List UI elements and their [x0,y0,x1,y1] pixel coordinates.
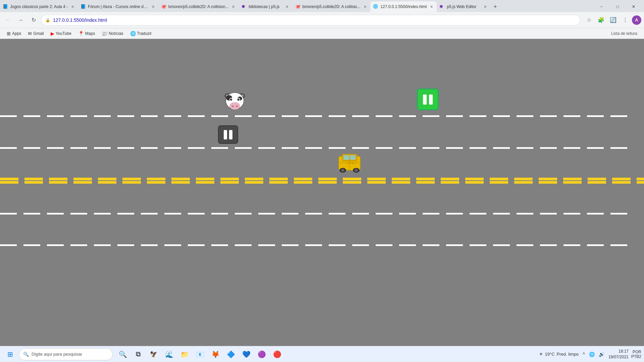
forward-button[interactable]: → [15,15,26,25]
tab-4[interactable]: ✱ bibliotecas | p5.js ✕ [239,1,292,12]
svg-point-9 [236,106,238,107]
taskbar-office[interactable]: 🔷 [223,347,238,362]
minimize-button[interactable]: − [594,1,609,12]
svg-rect-19 [350,155,356,160]
maps-icon: 📍 [78,31,84,36]
tab-4-favicon: ✱ [241,4,247,9]
network-icon[interactable]: 🌐 [588,351,596,358]
taskbar-thunderbird[interactable]: 🦅 [146,347,161,362]
tab-5-title: bmoren/p5.collide2D: A collisio... [303,4,361,9]
lane-line-2 [0,147,644,149]
bookmark-apps[interactable]: ⊞ Apps [4,30,24,37]
tab-1-close[interactable]: ✕ [70,4,75,9]
bookmarks-bar: ⊞ Apps ✉ Gmail ▶ YouTube 📍 Maps 📰 Notíci… [0,28,644,39]
address-bar-row: ← → ↻ 🔒 127.0.0.1:5500/index.html ☆ 🧩 🔄 … [0,12,644,28]
maximize-button[interactable]: □ [610,1,625,12]
taskbar-vscode[interactable]: 💙 [239,347,254,362]
system-time: 18:17 [608,349,629,354]
svg-rect-18 [343,155,350,160]
bookmark-maps[interactable]: 📍 Maps [75,30,98,37]
bookmark-star-icon[interactable]: ☆ [584,15,594,25]
tab-2-favicon: 📘 [80,4,86,9]
tab-7-close[interactable]: ✕ [482,4,488,9]
locale-keyboard: PTB2 [631,354,641,359]
locale-lang: POR [631,350,641,354]
pause-bar-left-green [423,95,427,105]
window-controls: − □ ✕ [594,1,644,12]
tab-6[interactable]: 🌐 127.0.0.1:5500/index.html ✕ [370,1,437,12]
reading-list-button[interactable]: Lista de leitura [608,31,640,37]
lane-line-1 [0,115,644,117]
taskbar-task-view[interactable]: ⧉ [131,347,146,362]
tab-3[interactable]: 🐙 bmoren/p5.collide2D: A collision... ✕ [158,1,238,12]
reload-button[interactable]: ↻ [28,15,39,25]
tab-1-title: Jogos clássicos parte 2: Aula 4 - [10,4,68,9]
tab-7[interactable]: ✱ p5.js Web Editor ✕ [437,1,490,12]
tab-1-favicon: 📘 [3,4,8,9]
bookmark-youtube-label: YouTube [56,31,71,36]
taskbar-mail[interactable]: 📧 [193,347,207,362]
windows-logo-icon: ⊞ [7,350,13,358]
svg-point-12 [230,99,232,101]
svg-point-23 [355,169,358,172]
weather-widget: ☀ 19°C Pred. limpo [539,352,579,357]
tray-chevron[interactable]: ^ [581,351,586,358]
bookmark-youtube[interactable]: ▶ YouTube [48,30,74,37]
system-clock[interactable]: 18:17 19/07/2021 [608,349,629,360]
taskbar-search-icon: 🔍 [23,352,29,357]
tab-4-close[interactable]: ✕ [284,4,290,9]
cow-sprite [223,88,247,112]
lane-line-5 [0,244,644,246]
taskbar-cortana[interactable]: 🔍 [115,347,130,362]
taskbar-app-icons: 🔍 ⧉ 🦅 🌊 📁 📧 🦊 🔷 💙 🟣 🔴 [115,347,284,362]
tab-2-title: Fórum | Alura - Cursos online de... [88,4,148,9]
new-tab-button[interactable]: + [490,2,500,11]
bookmark-gmail[interactable]: ✉ Gmail [25,30,46,37]
address-bar[interactable]: 🔒 127.0.0.1:5500/index.html [41,15,580,25]
youtube-icon: ▶ [51,31,54,36]
tab-1[interactable]: 📘 Jogos clássicos parte 2: Aula 4 - ✕ [0,1,78,12]
taskbar-search-box[interactable]: 🔍 Digite aqui para pesquisar [19,348,113,360]
taskbar-app-extra[interactable]: 🔴 [270,347,284,362]
yellow-line-group [0,178,644,183]
taskbar-file-explorer[interactable]: 📁 [177,347,192,362]
taskbar: ⊞ 🔍 Digite aqui para pesquisar 🔍 ⧉ 🦅 🌊 📁… [0,346,644,362]
pause-button-green[interactable] [417,88,439,110]
pause-button-dark[interactable] [218,125,238,144]
taskbar-firefox[interactable]: 🦊 [208,347,223,362]
taskbar-teams[interactable]: 🟣 [254,347,269,362]
bookmark-noticias[interactable]: 📰 Notícias [99,30,126,37]
noticias-icon: 📰 [102,31,107,36]
toolbar-icons: ☆ 🧩 🔄 ⋮ A [584,15,641,25]
bookmark-noticias-label: Notícias [109,31,123,36]
pause-bar-left-dark [224,130,227,139]
tab-2[interactable]: 📘 Fórum | Alura - Cursos online de... ✕ [78,1,158,12]
back-button[interactable]: ← [3,15,13,25]
tab-5-favicon: 🐙 [295,4,301,9]
bookmark-traduzir[interactable]: 🌐 Traduzir [127,30,155,37]
svg-rect-26 [347,163,350,164]
pause-bar-right-dark [229,130,232,139]
bookmark-apps-label: Apps [12,31,21,36]
tab-3-close[interactable]: ✕ [231,4,236,9]
chrome-menu-icon[interactable]: ⋮ [620,15,631,25]
tab-bar: 📘 Jogos clássicos parte 2: Aula 4 - ✕ 📘 … [0,0,644,12]
profile-avatar[interactable]: A [632,15,641,25]
traduzir-icon: 🌐 [130,31,136,36]
tab-5[interactable]: 🐙 bmoren/p5.collide2D: A collisio... ✕ [292,1,371,12]
tab-3-favicon: 🐙 [161,4,166,9]
tab-7-favicon: ✱ [439,4,445,9]
tab-2-close[interactable]: ✕ [150,4,156,9]
close-button[interactable]: ✕ [626,1,641,12]
system-date: 19/07/2021 [608,354,629,360]
sync-icon[interactable]: 🔄 [608,15,619,25]
taskbar-edge[interactable]: 🌊 [162,347,176,362]
volume-icon[interactable]: 🔊 [597,351,606,358]
tab-5-close[interactable]: ✕ [362,4,368,9]
start-button[interactable]: ⊞ [3,347,17,362]
svg-point-15 [238,99,239,100]
system-tray-icons: ^ 🌐 🔊 [581,351,606,358]
tab-6-close[interactable]: ✕ [429,4,434,9]
svg-point-13 [237,99,239,101]
extensions-icon[interactable]: 🧩 [596,15,606,25]
